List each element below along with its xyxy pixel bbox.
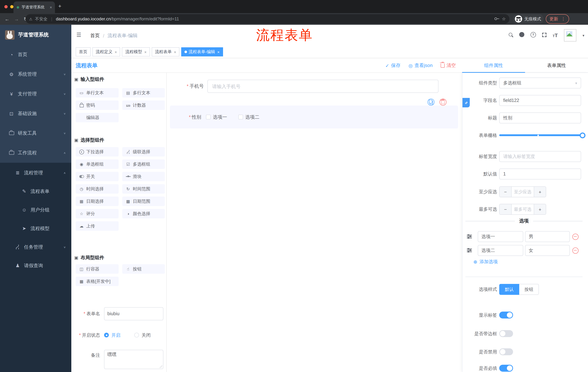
- palette-item-table[interactable]: ▦ 表格[开发中]: [76, 277, 119, 286]
- sidebar-item-payment[interactable]: ¥ 支付管理 ∨: [0, 84, 71, 104]
- gender-option1-label[interactable]: 选项一: [213, 106, 227, 128]
- decrease-button[interactable]: −: [500, 187, 512, 197]
- tab-component-props[interactable]: 组件属性: [462, 58, 525, 73]
- sidebar-item-task-mgmt[interactable]: ⌥ 任务管理 ∨: [0, 238, 71, 256]
- tag-flow-def[interactable]: 流程定义 ×: [92, 47, 120, 56]
- increase-button[interactable]: +: [534, 204, 546, 214]
- slider-handle[interactable]: [580, 132, 586, 138]
- palette-item-password[interactable]: 密码: [76, 100, 119, 110]
- min-select-input[interactable]: [512, 187, 534, 197]
- tag-home[interactable]: 首页: [76, 47, 91, 56]
- toggle-show-label[interactable]: [499, 312, 513, 319]
- delete-component-button[interactable]: [440, 99, 446, 106]
- search-icon[interactable]: [509, 32, 513, 39]
- palette-item-radio-group[interactable]: ◉ 单选框组: [76, 159, 119, 169]
- palette-item-button[interactable]: ☝ 按钮: [122, 264, 165, 274]
- close-tag-icon[interactable]: ×: [174, 50, 176, 54]
- tab-form-props[interactable]: 表单属性: [525, 58, 588, 73]
- sidebar-item-infra[interactable]: ⊡ 基础设施 ∨: [0, 104, 71, 123]
- sidebar-item-flow-form[interactable]: ✎ 流程表单: [0, 182, 71, 201]
- style-default-button[interactable]: 默认: [499, 284, 519, 295]
- palette-item-counter[interactable]: 123 计数器: [122, 100, 165, 110]
- gender-option2-label[interactable]: 选项二: [245, 106, 259, 128]
- browser-tab[interactable]: ❋ 芋道管理系统 ×: [13, 1, 55, 13]
- style-button-button[interactable]: 按钮: [519, 284, 539, 295]
- remark-textarea[interactable]: 嘿嘿: [104, 350, 163, 369]
- option-text-input[interactable]: 选项二: [478, 245, 523, 256]
- close-tag-icon[interactable]: ×: [144, 50, 147, 54]
- sidebar-item-system[interactable]: ⚙ 系统管理 ∨: [0, 64, 71, 84]
- close-tab-icon[interactable]: ×: [50, 5, 52, 10]
- toggle-disabled[interactable]: [499, 348, 513, 355]
- toggle-required[interactable]: [499, 365, 513, 372]
- status-on-radio[interactable]: [104, 333, 109, 337]
- palette-item-time[interactable]: ◷ 时间选择: [76, 184, 119, 194]
- palette-item-date[interactable]: ▦ 日期选择: [76, 197, 119, 206]
- drag-handle-icon[interactable]: [467, 248, 472, 253]
- label-width-input[interactable]: [499, 151, 581, 162]
- status-on-label[interactable]: 开启: [111, 332, 120, 339]
- palette-item-time-range[interactable]: ↻ 时间范围: [122, 184, 165, 194]
- palette-item-row-container[interactable]: ◫ 行容器: [76, 264, 119, 274]
- default-value-input[interactable]: [499, 169, 581, 180]
- palette-item-rate[interactable]: ☆ 评分: [76, 209, 119, 218]
- sidebar-item-devtools[interactable]: 研发工具 ∨: [0, 123, 71, 143]
- palette-item-cascade[interactable]: ⌥ 级联选择: [122, 147, 165, 157]
- palette-item-upload[interactable]: ☁ 上传: [76, 221, 119, 231]
- close-tag-icon[interactable]: ×: [217, 50, 220, 54]
- add-option-button[interactable]: ⊕ 添加选项: [473, 259, 498, 265]
- gender-option2-checkbox[interactable]: [238, 115, 243, 119]
- palette-item-multi-text[interactable]: ▤ 多行文本: [122, 88, 165, 97]
- tag-flow-model[interactable]: 流程模型 ×: [122, 47, 150, 56]
- minimize-window-button[interactable]: [10, 5, 13, 8]
- sidebar-item-workflow[interactable]: 工作流程 ∧: [0, 143, 71, 163]
- palette-item-slider[interactable]: 滑块: [122, 172, 165, 181]
- drag-handle-icon[interactable]: [467, 234, 472, 239]
- palette-item-date-range[interactable]: ▩ 日期范围: [122, 197, 165, 206]
- selected-component-gender[interactable]: *性别 选项一 选项二: [170, 106, 458, 128]
- remove-option-button[interactable]: [572, 247, 578, 254]
- comp-type-select[interactable]: 多选框组▾: [499, 77, 581, 88]
- grid-slider[interactable]: [499, 134, 583, 136]
- tag-flow-form-edit[interactable]: 流程表单-编辑 ×: [181, 47, 223, 56]
- forward-icon[interactable]: →: [14, 16, 19, 22]
- option-value-input[interactable]: 女: [525, 245, 570, 256]
- palette-item-switch[interactable]: 开关: [76, 172, 119, 181]
- user-menu-caret-icon[interactable]: ▾: [583, 33, 584, 37]
- view-json-button[interactable]: ◎查看json: [409, 62, 433, 69]
- address-bar[interactable]: ⚠ 不安全 | dashboard.yudao.iocoder.cn/bpm/m…: [25, 14, 509, 24]
- toggle-border[interactable]: [499, 330, 513, 337]
- palette-item-checkbox-group[interactable]: ☑ 多选框组: [122, 159, 165, 169]
- browser-menu-icon[interactable]: ⋮: [561, 16, 566, 21]
- copy-component-button[interactable]: [428, 99, 434, 106]
- title-input[interactable]: [499, 112, 581, 123]
- form-name-input[interactable]: [104, 307, 163, 320]
- close-tag-icon[interactable]: ×: [115, 50, 117, 54]
- status-off-label[interactable]: 关闭: [142, 332, 151, 339]
- save-button[interactable]: ✓保存: [385, 62, 401, 69]
- palette-item-color[interactable]: ◑ 颜色选择: [122, 209, 165, 218]
- field-name-input[interactable]: [499, 95, 581, 106]
- clear-button[interactable]: 清空: [441, 62, 456, 69]
- remove-option-button[interactable]: [572, 234, 578, 240]
- sidebar-item-flow-model[interactable]: ➤ 流程模型: [0, 219, 71, 238]
- font-size-icon[interactable]: TT: [553, 32, 558, 39]
- sidebar-item-flow-mgmt[interactable]: ≣ 流程管理 ∧: [0, 163, 71, 182]
- github-icon[interactable]: [519, 32, 524, 39]
- breadcrumb-home[interactable]: 首页: [90, 32, 100, 39]
- close-window-button[interactable]: [4, 5, 8, 8]
- collapse-sidebar-icon[interactable]: ☰: [76, 32, 81, 38]
- update-browser-button[interactable]: 更新 ⋮: [546, 14, 569, 24]
- sidebar-item-home[interactable]: ◔ 首页: [0, 45, 71, 64]
- max-select-input[interactable]: [512, 204, 534, 214]
- tag-flow-form[interactable]: 流程表单 ×: [152, 47, 179, 56]
- back-icon[interactable]: ←: [5, 16, 10, 22]
- option-text-input[interactable]: 选项一: [478, 231, 523, 242]
- fullscreen-icon[interactable]: [542, 32, 546, 39]
- phone-input[interactable]: [207, 80, 439, 93]
- app-logo[interactable]: 芋道管理系统: [0, 25, 71, 45]
- palette-item-single-text[interactable]: ▭ 单行文本: [76, 88, 119, 97]
- status-off-radio[interactable]: [134, 333, 139, 337]
- gender-option1-checkbox[interactable]: [206, 115, 211, 119]
- help-icon[interactable]: [531, 32, 536, 39]
